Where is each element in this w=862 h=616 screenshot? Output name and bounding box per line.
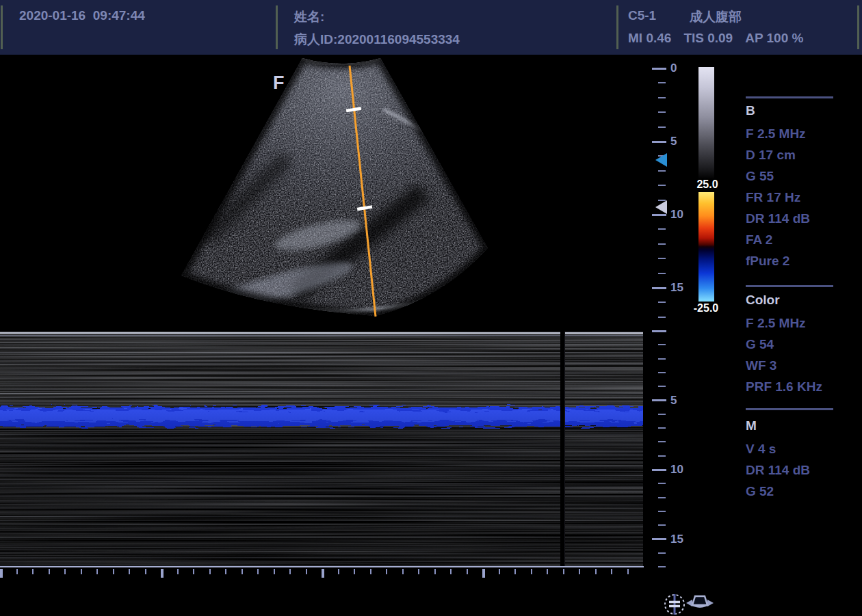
- header-divider: [616, 5, 618, 49]
- depth-label: 15: [670, 533, 683, 546]
- depth-label: 5: [670, 135, 677, 148]
- depth-tick: [658, 302, 666, 303]
- depth-tick: [658, 97, 666, 98]
- section-title-b: B: [746, 103, 755, 118]
- time-tick: [611, 569, 612, 574]
- depth-label: 0: [670, 62, 677, 75]
- time-tick: [32, 569, 34, 574]
- time-tick: [225, 569, 226, 574]
- depth-tick: [658, 386, 666, 387]
- depth-tick: [658, 566, 666, 567]
- tis-value: TIS 0.09: [683, 31, 733, 45]
- near-field-line: [0, 332, 643, 334]
- param-row: FR 17 Hz: [746, 190, 800, 205]
- depth-tick: [658, 497, 666, 498]
- param-row: F 2.5 MHz: [746, 316, 806, 331]
- depth-tick: [658, 185, 666, 186]
- depth-tick: [652, 399, 666, 401]
- probe-orientation-icon[interactable]: [685, 593, 714, 613]
- time-tick: [467, 569, 468, 574]
- time-tick: [531, 569, 532, 574]
- header-bar: 2020-01-16 09:47:44 姓名: 病人ID:20200116094…: [0, 0, 862, 55]
- depth-tick: [652, 538, 666, 540]
- orientation-marker: F: [273, 72, 285, 94]
- depth-tick: [658, 243, 666, 245]
- time-tick: [402, 569, 404, 574]
- time-tick: [193, 569, 194, 574]
- depth-tick: [658, 273, 666, 274]
- param-row: G 52: [746, 484, 774, 499]
- speckle-texture: [157, 56, 527, 331]
- ap-value: AP 100 %: [745, 31, 803, 45]
- time-tick: [241, 569, 243, 574]
- patient-id: 病人ID:20200116094553334: [294, 31, 460, 49]
- m-mode-svg: [0, 332, 643, 567]
- time-tick: [547, 569, 548, 574]
- b-mode-image: [157, 56, 527, 331]
- time-tick: [64, 569, 66, 574]
- depth-tick: [652, 469, 666, 471]
- param-row: V 4 s: [746, 442, 776, 457]
- param-row: D 17 cm: [746, 148, 796, 163]
- depth-label: 5: [670, 394, 677, 407]
- depth-tick: [652, 141, 666, 143]
- tgc-marker-icon[interactable]: [655, 200, 667, 214]
- time-tick: [322, 569, 324, 578]
- time-tick: [386, 569, 387, 574]
- time-tick: [96, 569, 98, 574]
- patient-name-label: 姓名:: [294, 8, 324, 26]
- param-row: FA 2: [746, 232, 772, 247]
- sweep-refresh-line: [560, 332, 565, 567]
- param-row: DR 114 dB: [746, 463, 810, 478]
- time-tick: [0, 569, 3, 578]
- header-divider: [1, 5, 3, 49]
- time-tick: [145, 569, 146, 574]
- time-tick: [563, 569, 564, 574]
- ultrasound-screen: 2020-01-16 09:47:44 姓名: 病人ID:20200116094…: [0, 0, 862, 616]
- velocity-max-label: 25.0: [687, 178, 728, 191]
- focus-marker-icon[interactable]: [655, 153, 667, 167]
- depth-tick: [658, 483, 666, 484]
- header-divider: [276, 5, 278, 49]
- time-tick: [306, 569, 307, 574]
- depth-label: 15: [670, 282, 683, 294]
- time-tick: [257, 569, 259, 574]
- time-tick: [289, 569, 291, 574]
- depth-tick: [652, 330, 666, 332]
- time-tick: [418, 569, 419, 574]
- time-tick: [482, 569, 485, 578]
- time-tick: [354, 569, 355, 574]
- m-cursor-icon[interactable]: [663, 592, 686, 616]
- time-tick: [595, 569, 597, 574]
- depth-tick: [658, 455, 666, 457]
- depth-tick: [652, 68, 666, 70]
- time-tick: [209, 569, 211, 574]
- param-row: WF 3: [746, 358, 776, 373]
- depth-tick: [658, 414, 666, 415]
- section-title-m: M: [746, 418, 757, 433]
- depth-tick: [658, 552, 666, 554]
- time-tick: [113, 569, 114, 574]
- depth-tick: [658, 427, 666, 429]
- acoustic-indices: MI 0.46TIS 0.09AP 100 %: [628, 31, 803, 46]
- time-tick: [161, 569, 164, 578]
- depth-tick: [658, 258, 666, 259]
- param-row: G 55: [746, 169, 774, 184]
- depth-label: 10: [670, 209, 683, 221]
- probe-name: C5-1: [628, 8, 656, 23]
- m-mode-trace: [0, 332, 643, 567]
- time-tick: [129, 569, 130, 574]
- depth-tick: [658, 126, 666, 128]
- panel-divider: [746, 285, 833, 287]
- depth-tick: [658, 228, 666, 230]
- exam-preset: 成人腹部: [690, 8, 742, 26]
- time-tick: [370, 569, 371, 574]
- depth-tick: [658, 82, 666, 83]
- mi-value: MI 0.46: [628, 31, 671, 45]
- section-title-color: Color: [746, 293, 780, 308]
- depth-tick: [658, 524, 666, 526]
- depth-tick: [658, 511, 666, 512]
- depth-label: 10: [670, 464, 683, 476]
- grayscale-bar: [698, 67, 714, 179]
- param-row: DR 114 dB: [746, 211, 810, 226]
